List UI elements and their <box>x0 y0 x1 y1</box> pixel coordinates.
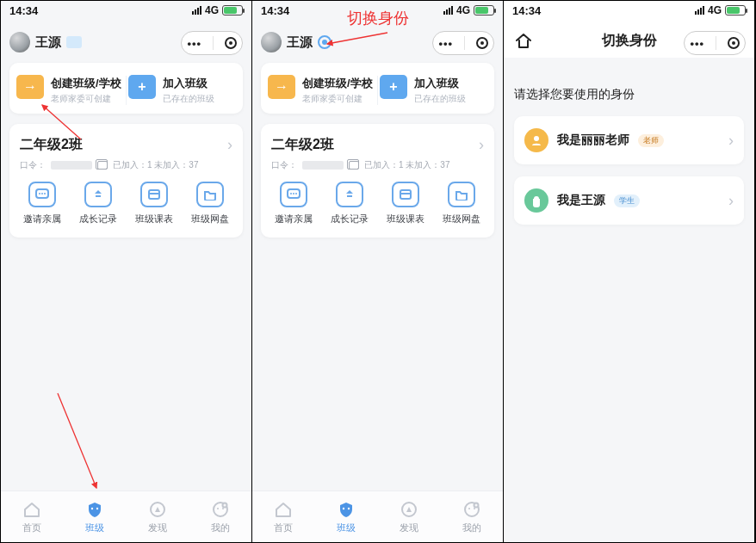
copy-icon[interactable] <box>349 161 359 170</box>
class-code-label: 口令： <box>271 159 297 171</box>
close-icon[interactable] <box>476 37 488 49</box>
class-header-row[interactable]: 二年级2班 › <box>9 124 243 154</box>
phone-screen-c: 14:34 4G ••• 切换身份 请选择您要使用的身份 我是丽丽老师 老师 › <box>504 1 755 542</box>
action-growth[interactable]: 成长记录 <box>71 182 127 225</box>
svg-line-7 <box>58 393 96 488</box>
create-class-icon: → <box>16 75 44 99</box>
calendar-icon <box>140 182 168 207</box>
network-label: 4G <box>205 4 219 16</box>
signal-icon <box>695 6 704 15</box>
compass-icon <box>148 500 167 519</box>
tab-home[interactable]: 首页 <box>1 491 64 542</box>
class-header-row[interactable]: 二年级2班 › <box>261 124 494 154</box>
action-schedule[interactable]: 班级课表 <box>127 182 183 225</box>
folder-icon <box>448 182 475 207</box>
class-name: 二年级2班 <box>20 136 83 154</box>
tab-class[interactable]: 班级 <box>315 491 378 542</box>
action-invite[interactable]: 邀请亲属 <box>15 182 71 225</box>
top-action-card: → 创建班级/学校 老师家委可创建 + 加入班级 已存在的班级 <box>9 63 243 114</box>
growth-icon <box>336 182 363 207</box>
tab-discover[interactable]: 发现 <box>127 491 189 542</box>
status-bar: 14:34 4G <box>252 1 503 20</box>
annotation-arrow-icon <box>49 389 109 492</box>
svg-point-29 <box>534 136 539 141</box>
bottom-tab-bar: 首页 班级 发现 我的 <box>1 491 251 542</box>
clock: 14:34 <box>261 4 289 17</box>
svg-point-12 <box>217 508 219 509</box>
action-growth[interactable]: 成长记录 <box>322 182 378 225</box>
join-class-button[interactable]: + 加入班级 已存在的班级 <box>380 75 487 105</box>
face-icon <box>462 500 481 519</box>
avatar <box>9 32 30 52</box>
class-info: 口令： 已加入：1 未加入：37 <box>261 154 494 173</box>
chat-icon <box>28 182 56 207</box>
status-right: 4G <box>695 4 746 16</box>
mini-program-capsule[interactable]: ••• <box>181 31 243 55</box>
class-card: 二年级2班 › 口令： 已加入：1 未加入：37 邀请亲属 成长记录 班级课表 <box>9 124 243 238</box>
mini-program-capsule[interactable]: ••• <box>432 31 494 55</box>
signal-icon <box>443 6 453 15</box>
create-class-title: 创建班级/学校 <box>302 77 373 89</box>
join-class-title: 加入班级 <box>414 77 459 89</box>
more-icon[interactable]: ••• <box>187 37 201 50</box>
home-icon <box>274 500 293 519</box>
svg-point-9 <box>96 507 98 509</box>
folder-icon <box>196 182 224 207</box>
svg-point-28 <box>474 503 478 507</box>
switch-role-icon[interactable] <box>318 35 332 49</box>
home-icon <box>22 500 41 519</box>
status-bar: 14:34 4G <box>1 1 251 20</box>
close-icon[interactable] <box>225 37 237 49</box>
status-right: 4G <box>443 4 494 16</box>
svg-point-3 <box>44 193 46 194</box>
class-code-hidden <box>302 161 344 170</box>
action-schedule[interactable]: 班级课表 <box>378 182 434 225</box>
join-class-sub: 已存在的班级 <box>414 93 466 105</box>
identity-option-teacher[interactable]: 我是丽丽老师 老师 › <box>514 116 744 164</box>
join-class-icon: + <box>128 75 156 99</box>
tab-me[interactable]: 我的 <box>189 491 251 542</box>
svg-point-13 <box>222 508 224 509</box>
tab-class[interactable]: 班级 <box>64 491 127 542</box>
svg-point-27 <box>474 508 475 509</box>
chevron-right-icon: › <box>227 136 232 154</box>
bottom-tab-bar: 首页 班级 发现 我的 <box>252 491 503 542</box>
user-name: 王源 <box>287 34 313 51</box>
tab-me[interactable]: 我的 <box>440 491 503 542</box>
face-icon <box>211 500 230 519</box>
tab-home[interactable]: 首页 <box>252 491 315 542</box>
class-join-counts: 已加入：1 未加入：37 <box>364 159 449 171</box>
clock: 14:34 <box>512 4 541 17</box>
join-class-icon: + <box>380 75 407 99</box>
join-class-button[interactable]: + 加入班级 已存在的班级 <box>128 75 236 105</box>
svg-point-19 <box>295 193 297 194</box>
svg-point-14 <box>222 503 226 507</box>
more-icon[interactable]: ••• <box>438 37 453 50</box>
action-invite[interactable]: 邀请亲属 <box>266 182 322 225</box>
svg-point-1 <box>39 193 40 194</box>
clock: 14:34 <box>9 4 38 17</box>
user-name: 王源 <box>35 34 61 51</box>
battery-icon <box>474 5 494 15</box>
growth-icon <box>84 182 112 207</box>
tab-discover[interactable]: 发现 <box>378 491 441 542</box>
identity-option-student[interactable]: 我是王源 学生 › <box>514 176 744 225</box>
action-disk[interactable]: 班级网盘 <box>182 182 238 225</box>
create-class-button[interactable]: → 创建班级/学校 老师家委可创建 <box>268 75 375 105</box>
phone-screen-a: 14:34 4G ••• 王源 → 创建班级/学校 老师家委可创建 <box>1 1 252 542</box>
identity-name: 我是王源 <box>557 193 605 208</box>
create-class-button[interactable]: → 创建班级/学校 老师家委可创建 <box>16 75 124 105</box>
copy-icon[interactable] <box>97 161 108 170</box>
status-bar: 14:34 4G <box>504 1 754 20</box>
calendar-icon <box>392 182 419 207</box>
student-tag: 学生 <box>614 194 640 207</box>
class-code-label: 口令： <box>20 159 46 171</box>
battery-icon <box>222 5 243 15</box>
svg-point-17 <box>290 193 292 194</box>
page-title: 切换身份 <box>504 32 754 50</box>
svg-point-18 <box>293 193 294 194</box>
class-info: 口令： 已加入：1 未加入：37 <box>9 154 243 173</box>
student-avatar-icon <box>524 188 548 213</box>
chevron-right-icon: › <box>479 136 484 154</box>
action-disk[interactable]: 班级网盘 <box>433 182 489 225</box>
